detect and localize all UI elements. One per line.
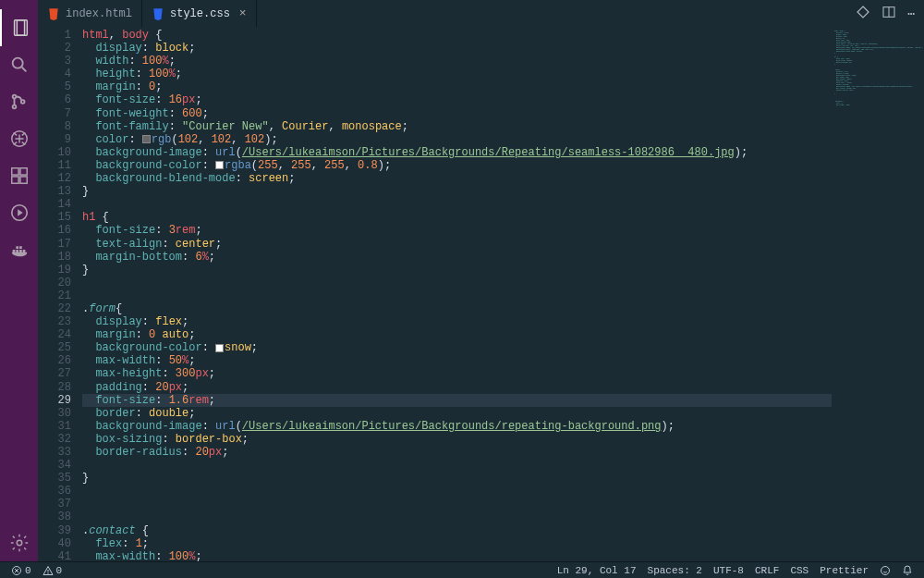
tab-index-html[interactable]: index.html — [38, 0, 142, 27]
explorer-icon[interactable] — [0, 9, 38, 46]
tab-close-icon[interactable]: × — [236, 6, 247, 20]
line-number: 1 — [38, 29, 71, 42]
code-line[interactable]: background-image: url(/Users/lukeaimson/… — [82, 146, 832, 159]
code-line[interactable]: background-color: rgba(255, 255, 255, 0.… — [82, 159, 832, 172]
line-number: 40 — [38, 537, 71, 550]
remote-icon[interactable] — [0, 194, 38, 231]
code-line[interactable] — [82, 289, 832, 302]
code-line[interactable]: font-size: 16px; — [82, 93, 832, 106]
code-line[interactable]: font-size: 1.6rem; — [82, 394, 832, 407]
code-line[interactable]: flex: 1; — [82, 537, 832, 550]
settings-gear-icon[interactable] — [0, 524, 38, 561]
status-eol[interactable]: CRLF — [749, 565, 784, 576]
code-line[interactable]: height: 100%; — [82, 68, 832, 80]
status-warnings[interactable]: 0 — [37, 565, 68, 576]
code-line[interactable] — [82, 498, 832, 510]
code-line[interactable] — [82, 459, 832, 472]
code-line[interactable]: .contact { — [82, 524, 832, 537]
line-number: 35 — [38, 472, 71, 485]
code-line[interactable]: margin: 0; — [82, 80, 832, 93]
code-line[interactable] — [82, 277, 832, 289]
svg-marker-17 — [857, 6, 869, 18]
code-line[interactable]: border-radius: 20px; — [82, 446, 832, 459]
line-number: 9 — [38, 133, 71, 146]
svg-rect-10 — [11, 177, 18, 183]
code-line[interactable]: } — [82, 264, 832, 277]
line-number: 25 — [38, 341, 71, 354]
line-number: 27 — [38, 367, 71, 380]
code-line[interactable]: box-sizing: border-box; — [82, 433, 832, 446]
svg-line-3 — [21, 68, 26, 72]
code-line[interactable]: max-width: 50%; — [82, 354, 832, 367]
code-line[interactable]: padding: 20px; — [82, 381, 832, 394]
status-cursor-position[interactable]: Ln 29, Col 17 — [552, 565, 642, 576]
code-line[interactable]: h1 { — [82, 211, 832, 224]
status-notifications-icon[interactable] — [896, 565, 918, 576]
svg-point-24 — [47, 572, 48, 573]
line-number: 6 — [38, 93, 71, 106]
status-errors[interactable]: 0 — [6, 565, 37, 576]
status-feedback-icon[interactable] — [874, 565, 896, 576]
code-line[interactable] — [82, 510, 832, 523]
status-indentation[interactable]: Spaces: 2 — [642, 565, 708, 576]
line-number: 4 — [38, 68, 71, 80]
docker-icon[interactable] — [0, 231, 38, 268]
line-number: 2 — [38, 42, 71, 55]
more-actions-icon[interactable]: ⋯ — [907, 6, 915, 21]
line-number: 16 — [38, 224, 71, 237]
code-line[interactable]: background-image: url(/Users/lukeaimson/… — [82, 420, 832, 433]
code-line[interactable]: color: rgb(102, 102, 102); — [82, 133, 832, 146]
line-number: 20 — [38, 277, 71, 289]
code-line[interactable]: .form{ — [82, 302, 832, 315]
code-line[interactable]: display: flex; — [82, 315, 832, 328]
code-line[interactable]: border: double; — [82, 407, 832, 420]
code-line[interactable]: max-height: 300px; — [82, 367, 832, 380]
code-line[interactable]: max-width: 100%; — [82, 550, 832, 561]
line-number: 32 — [38, 433, 71, 446]
svg-marker-13 — [18, 209, 23, 215]
extensions-icon[interactable] — [0, 157, 38, 194]
editor-tab-bar: index.html style.css × ⋯ — [38, 0, 924, 27]
code-line[interactable]: background-color: snow; — [82, 341, 832, 354]
code-line[interactable]: display: block; — [82, 42, 832, 55]
activity-bar — [0, 0, 38, 561]
compare-changes-icon[interactable] — [856, 5, 870, 23]
svg-rect-11 — [19, 177, 26, 183]
svg-point-5 — [12, 105, 16, 109]
code-line[interactable]: font-size: 3rem; — [82, 224, 832, 237]
status-encoding[interactable]: UTF-8 — [708, 565, 749, 576]
code-line[interactable]: text-align: center; — [82, 238, 832, 251]
line-number: 36 — [38, 485, 71, 498]
tab-style-css[interactable]: style.css × — [142, 0, 257, 27]
css-file-icon — [152, 7, 164, 20]
code-line[interactable]: font-weight: 600; — [82, 107, 832, 120]
code-line[interactable]: margin: 0 auto; — [82, 328, 832, 341]
code-line[interactable]: font-family: "Courier New", Courier, mon… — [82, 120, 832, 133]
code-line[interactable]: width: 100%; — [82, 55, 832, 68]
minimap-line: max-width: 100%; — [834, 105, 921, 106]
line-number: 3 — [38, 55, 71, 68]
code-line[interactable] — [82, 198, 832, 211]
tab-label: style.css — [170, 7, 230, 20]
code-line[interactable]: } — [82, 472, 832, 485]
status-prettier[interactable]: Prettier — [814, 565, 874, 576]
code-editor[interactable]: html, body { display: block; width: 100%… — [82, 27, 832, 561]
code-line[interactable] — [82, 485, 832, 498]
line-number: 22 — [38, 302, 71, 315]
line-number: 14 — [38, 198, 71, 211]
debug-icon[interactable] — [0, 120, 38, 157]
code-line[interactable]: } — [82, 185, 832, 198]
svg-rect-0 — [14, 20, 24, 36]
split-editor-icon[interactable] — [881, 5, 896, 23]
code-line[interactable]: margin-bottom: 6%; — [82, 251, 832, 264]
code-line[interactable]: background-blend-mode: screen; — [82, 172, 832, 185]
line-number: 23 — [38, 315, 71, 328]
minimap[interactable]: html, body { display: block; width: 100%… — [832, 27, 924, 561]
source-control-icon[interactable] — [0, 83, 38, 120]
code-line[interactable]: html, body { — [82, 29, 832, 42]
status-language[interactable]: CSS — [784, 565, 814, 576]
search-icon[interactable] — [0, 46, 38, 83]
line-number: 11 — [38, 159, 71, 172]
line-number: 41 — [38, 550, 71, 561]
line-number: 26 — [38, 354, 71, 367]
